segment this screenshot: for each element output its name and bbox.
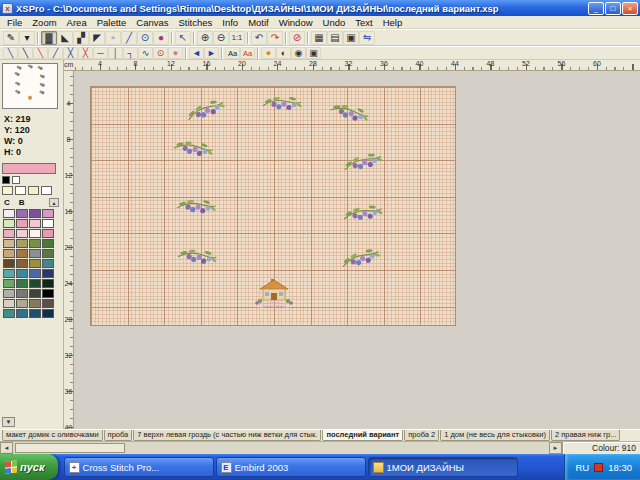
- document-tab-2[interactable]: проба: [104, 430, 133, 441]
- menu-item-text[interactable]: Text: [350, 17, 377, 28]
- palette-swatch-15[interactable]: [29, 239, 41, 248]
- palette-swatch-17[interactable]: [3, 249, 15, 258]
- h-scroll-right-icon[interactable]: ►: [549, 442, 562, 454]
- line-horizontal[interactable]: ─: [93, 47, 108, 59]
- full-stitch[interactable]: ▓: [41, 31, 57, 45]
- palette-quick-swatch[interactable]: [2, 176, 10, 184]
- selected-color-swatch[interactable]: [2, 163, 56, 174]
- contrast-tool[interactable]: ◐: [276, 47, 291, 59]
- palette-swatch-5[interactable]: [3, 219, 15, 228]
- no-stitch[interactable]: ⊘: [289, 31, 305, 45]
- palette-swatch-9[interactable]: [3, 229, 15, 238]
- palette-swatch-20[interactable]: [42, 249, 54, 258]
- palette-swatch-19[interactable]: [29, 249, 41, 258]
- palette-swatch-16[interactable]: [42, 239, 54, 248]
- palette-swatch-28[interactable]: [42, 269, 54, 278]
- palette-swatch-4[interactable]: [42, 209, 54, 218]
- palette-swatch-34[interactable]: [16, 289, 28, 298]
- color-wheel[interactable]: ●: [261, 47, 276, 59]
- document-tab-6[interactable]: 1 дом (не весь для стыковки): [440, 430, 550, 441]
- palette-swatch-44[interactable]: [42, 309, 54, 318]
- layers-tool[interactable]: ▣: [343, 31, 359, 45]
- palette-swatch-32[interactable]: [42, 279, 54, 288]
- menu-item-file[interactable]: File: [2, 17, 27, 28]
- backstitch-down[interactable]: ╲: [3, 47, 18, 59]
- document-tab-7[interactable]: 2 правая ниж гр...: [551, 430, 620, 441]
- palette-swatch-25[interactable]: [3, 269, 15, 278]
- stitch-grid[interactable]: [90, 86, 456, 326]
- palette-swatch-18[interactable]: [16, 249, 28, 258]
- palette-quick-swatch[interactable]: [12, 176, 20, 184]
- menu-item-stitches[interactable]: Stitches: [173, 17, 217, 28]
- menu-item-canvas[interactable]: Canvas: [131, 17, 173, 28]
- redo[interactable]: ↷: [267, 31, 283, 45]
- tray-app-icon[interactable]: [594, 463, 603, 472]
- palette-swatch-38[interactable]: [16, 299, 28, 308]
- palette-swatch-30[interactable]: [16, 279, 28, 288]
- zoom-actual[interactable]: 1:1: [229, 31, 245, 45]
- zoom-out[interactable]: ⊖: [213, 31, 229, 45]
- maximize-button[interactable]: □: [605, 2, 621, 15]
- text-tool[interactable]: Aa: [225, 47, 240, 59]
- design-canvas[interactable]: [74, 71, 640, 429]
- palette-swatch-22[interactable]: [16, 259, 28, 268]
- motif-library[interactable]: ▤: [327, 31, 343, 45]
- palette-scroll-up-icon[interactable]: ▲: [49, 198, 59, 207]
- menu-item-zoom[interactable]: Zoom: [27, 17, 61, 28]
- menu-item-area[interactable]: Area: [62, 17, 92, 28]
- undo[interactable]: ↶: [251, 31, 267, 45]
- bead-tool[interactable]: ●: [153, 31, 169, 45]
- line-vertical[interactable]: │: [108, 47, 123, 59]
- corner-line[interactable]: ┐: [123, 47, 138, 59]
- menu-item-undo[interactable]: Undo: [318, 17, 351, 28]
- french-knot[interactable]: ⊙: [137, 31, 153, 45]
- quarter-stitch[interactable]: ▞: [73, 31, 89, 45]
- palette-swatch-36[interactable]: [42, 289, 54, 298]
- language-indicator[interactable]: RU: [575, 462, 589, 473]
- palette-swatch-11[interactable]: [29, 229, 41, 238]
- taskbar-task-2[interactable]: EEmbird 2003: [216, 457, 366, 477]
- document-tab-1[interactable]: макет домик с оливочками: [2, 430, 103, 441]
- backstitch-up[interactable]: ╱: [48, 47, 63, 59]
- palette-swatch-26[interactable]: [16, 269, 28, 278]
- palette-swatch-37[interactable]: [3, 299, 15, 308]
- pencil-dropdown[interactable]: ▾: [19, 31, 35, 45]
- taskbar-task-1[interactable]: +Cross Stitch Pro...: [64, 457, 214, 477]
- palette-swatch-3[interactable]: [29, 209, 41, 218]
- palette-quick-swatch[interactable]: [41, 186, 52, 195]
- palette-swatch-1[interactable]: [3, 209, 15, 218]
- bead-small[interactable]: ●: [168, 47, 183, 59]
- palette-swatch-12[interactable]: [42, 229, 54, 238]
- palette-swatch-13[interactable]: [3, 239, 15, 248]
- options-tool[interactable]: ▣: [306, 47, 321, 59]
- close-button[interactable]: ×: [622, 2, 638, 15]
- petite-stitch[interactable]: ▫: [105, 31, 121, 45]
- menu-item-window[interactable]: Window: [274, 17, 318, 28]
- menu-item-palette[interactable]: Palette: [92, 17, 132, 28]
- h-scrollbar[interactable]: [13, 442, 549, 454]
- palette-swatch-7[interactable]: [29, 219, 41, 228]
- palette-swatch-39[interactable]: [29, 299, 41, 308]
- grid-toggle[interactable]: ▦: [311, 31, 327, 45]
- palette-swatch-23[interactable]: [29, 259, 41, 268]
- palette-quick-swatch[interactable]: [15, 186, 26, 195]
- half-stitch[interactable]: ◣: [57, 31, 73, 45]
- three-quarter-stitch[interactable]: ◤: [89, 31, 105, 45]
- backstitch-down-thick[interactable]: ╲: [18, 47, 33, 59]
- palette-swatch-2[interactable]: [16, 209, 28, 218]
- palette-swatch-42[interactable]: [16, 309, 28, 318]
- backstitch-down-red[interactable]: ╲: [33, 47, 48, 59]
- start-button[interactable]: пуск: [0, 454, 58, 480]
- minimize-button[interactable]: _: [588, 2, 604, 15]
- palette-swatch-6[interactable]: [16, 219, 28, 228]
- palette-quick-swatch[interactable]: [28, 186, 39, 195]
- h-scroll-left-icon[interactable]: ◄: [0, 442, 13, 454]
- menu-item-help[interactable]: Help: [378, 17, 408, 28]
- knot-small[interactable]: ⊙: [153, 47, 168, 59]
- prev-motif[interactable]: ◄: [189, 47, 204, 59]
- curve-line[interactable]: ∿: [138, 47, 153, 59]
- back-stitch[interactable]: ╱: [121, 31, 137, 45]
- backstitch-cross-red[interactable]: ╳: [78, 47, 93, 59]
- view-tool[interactable]: ◉: [291, 47, 306, 59]
- document-tab-4[interactable]: последний вариант: [322, 430, 403, 441]
